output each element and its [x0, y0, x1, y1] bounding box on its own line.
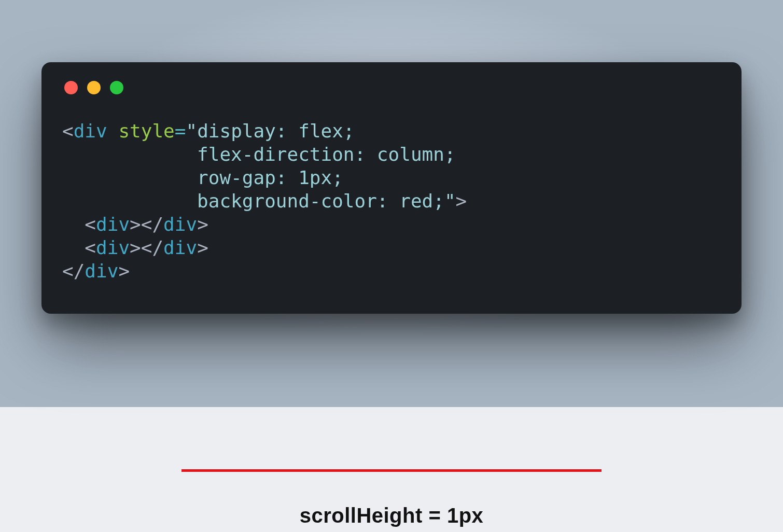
- code-token: "display: flex;: [186, 120, 354, 142]
- code-token: div: [74, 120, 107, 142]
- code-token: div: [85, 260, 118, 282]
- code-token: div: [96, 237, 130, 258]
- code-token: flex-direction: column;: [62, 144, 456, 165]
- code-token: div: [163, 214, 197, 235]
- code-token: [107, 120, 119, 142]
- scroll-height-caption: scrollHeight = 1px: [300, 504, 484, 527]
- code-token: [62, 237, 85, 258]
- rendered-output-bar: [181, 469, 602, 472]
- code-token: >: [456, 190, 467, 212]
- code-token: >: [197, 237, 208, 258]
- code-token: background-color: red;": [62, 190, 456, 212]
- code-token: =: [175, 120, 186, 142]
- code-token: div: [96, 214, 130, 235]
- code-token: >: [197, 214, 208, 235]
- code-token: </: [62, 260, 85, 282]
- code-token: ></: [130, 214, 163, 235]
- code-token: <: [62, 120, 74, 142]
- minimize-icon: [87, 81, 101, 94]
- window-controls: [62, 81, 721, 94]
- code-token: ></: [130, 237, 163, 258]
- close-icon: [64, 81, 78, 94]
- zoom-icon: [110, 81, 123, 94]
- code-token: row-gap: 1px;: [62, 167, 343, 188]
- code-token: [62, 214, 85, 235]
- result-panel: scrollHeight = 1px: [0, 407, 783, 532]
- code-token: <: [85, 214, 96, 235]
- code-window: <div style="display: flex; flex-directio…: [41, 62, 742, 314]
- code-token: div: [163, 237, 197, 258]
- code-token: <: [85, 237, 96, 258]
- code-token: >: [118, 260, 130, 282]
- code-token: style: [118, 120, 174, 142]
- code-block: <div style="display: flex; flex-directio…: [62, 119, 721, 283]
- code-panel: <div style="display: flex; flex-directio…: [0, 0, 783, 407]
